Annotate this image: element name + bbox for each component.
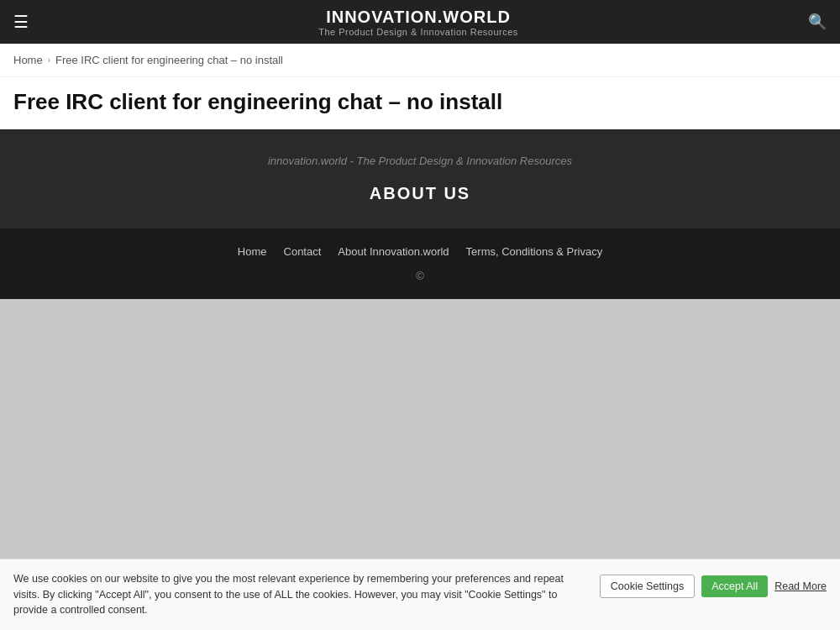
search-icon[interactable]: 🔍 [808, 13, 827, 31]
site-title-wrap: INNOVATION.WORLD The Product Design & In… [29, 8, 808, 37]
page-title-wrap: Free IRC client for engineering chat – n… [0, 77, 840, 129]
cookie-text: We use cookies on our website to give yo… [13, 571, 586, 585]
about-heading: ABOUT US [13, 184, 827, 203]
breadcrumb-current: Free IRC client for engineering chat – n… [55, 54, 283, 66]
cookie-banner: We use cookies on our website to give yo… [0, 559, 840, 585]
breadcrumb: Home › Free IRC client for engineering c… [0, 44, 840, 77]
accept-all-button[interactable]: Accept All [701, 575, 768, 585]
site-header: ☰ INNOVATION.WORLD The Product Design & … [0, 0, 840, 44]
about-section: innovation.world - The Product Design & … [0, 129, 840, 228]
site-subtitle: The Product Design & Innovation Resource… [29, 27, 808, 37]
footer-nav: Home Contact About Innovation.world Term… [0, 228, 840, 299]
cookie-buttons: Cookie Settings Accept All Read More [600, 571, 827, 585]
footer-nav-links: Home Contact About Innovation.world Term… [13, 245, 827, 258]
footer-link-home[interactable]: Home [238, 245, 267, 258]
page-title: Free IRC client for engineering chat – n… [13, 89, 827, 115]
read-more-link[interactable]: Read More [774, 580, 827, 585]
footer-link-contact[interactable]: Contact [284, 245, 322, 258]
footer-link-about[interactable]: About Innovation.world [338, 245, 449, 258]
site-title: INNOVATION.WORLD [29, 8, 808, 27]
menu-icon[interactable]: ☰ [13, 12, 29, 32]
cookie-settings-button[interactable]: Cookie Settings [600, 575, 696, 585]
about-logo: innovation.world - The Product Design & … [13, 155, 827, 167]
breadcrumb-chevron: › [48, 55, 50, 65]
content-area [0, 299, 840, 585]
footer-link-terms[interactable]: Terms, Conditions & Privacy [466, 245, 603, 258]
breadcrumb-home[interactable]: Home [13, 54, 43, 66]
footer-copyright: © [13, 270, 827, 282]
